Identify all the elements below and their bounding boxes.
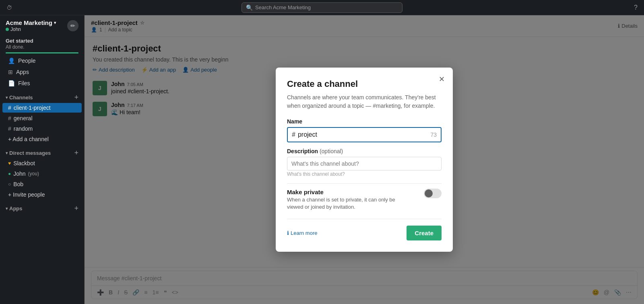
main-layout: Acme Marketing ▾ John ✏ Get started All …	[0, 15, 644, 304]
modal-title: Create a channel	[287, 79, 442, 89]
files-icon: 📄	[8, 80, 15, 86]
slackbot-icon: ♥	[8, 160, 11, 166]
channel-item-client-1-project[interactable]: # client-1-project	[2, 103, 82, 113]
clock-icon: ⏱	[6, 4, 12, 11]
workspace-user: John	[6, 27, 56, 32]
make-private-label: Make private	[287, 189, 408, 195]
content-area: #client-1-project ☆ 👤 1 | Add a topic ℹ …	[85, 15, 644, 304]
people-icon: 👤	[8, 58, 15, 64]
modal-overlay: ✕ Create a channel Channels are where yo…	[85, 15, 644, 304]
get-started-section: Get started All done.	[0, 35, 84, 55]
add-dm-icon[interactable]: +	[74, 149, 78, 156]
online-status-dot	[6, 28, 9, 31]
progress-bar-fill	[6, 52, 78, 53]
create-channel-modal: ✕ Create a channel Channels are where yo…	[276, 68, 453, 252]
make-private-row: Make private When a channel is set to pr…	[287, 183, 442, 216]
channel-hash-icon: #	[8, 125, 11, 132]
top-bar-center: 🔍	[166, 2, 478, 13]
make-private-toggle[interactable]	[424, 189, 442, 198]
invite-people-link[interactable]: + Invite people	[2, 190, 82, 199]
apps-section-title: ▾ Apps	[6, 205, 23, 212]
dm-section-header[interactable]: ▾ Direct messages +	[0, 144, 84, 158]
add-channel-icon[interactable]: +	[74, 94, 78, 101]
make-private-info: Make private When a channel is set to pr…	[287, 189, 408, 211]
channel-item-general[interactable]: # general	[2, 113, 82, 123]
dm-section-title: ▾ Direct messages	[6, 150, 51, 156]
make-private-desc: When a channel is set to private, it can…	[287, 196, 408, 211]
channel-item-random[interactable]: # random	[2, 124, 82, 134]
dm-item-bob[interactable]: ○ Bob	[2, 179, 82, 189]
top-bar: ⏱ 🔍 ?	[0, 0, 644, 15]
bob-status-icon: ○	[8, 181, 11, 187]
workspace-info: Acme Marketing ▾ John	[6, 19, 56, 32]
chevron-down-icon: ▾	[6, 151, 8, 155]
channel-hash-icon: #	[8, 105, 11, 111]
sidebar: Acme Marketing ▾ John ✏ Get started All …	[0, 15, 85, 304]
get-started-sub: All done.	[6, 44, 78, 50]
add-channel-link[interactable]: + Add a channel	[2, 134, 82, 144]
modal-close-button[interactable]: ✕	[437, 74, 446, 84]
sidebar-item-files[interactable]: 📄 Files	[2, 78, 82, 88]
channel-name-input-wrap: # 73	[287, 127, 442, 142]
help-icon[interactable]: ?	[634, 4, 638, 11]
desc-hint: What's this channel about?	[287, 171, 442, 177]
modal-desc-label: Description (optional)	[287, 148, 442, 154]
get-started-label: Get started	[6, 38, 78, 44]
sidebar-item-apps[interactable]: ⊞ Apps	[2, 67, 82, 77]
dm-item-slackbot[interactable]: ♥ Slackbot	[2, 158, 82, 168]
caret-icon: ▾	[54, 21, 56, 25]
workspace-header[interactable]: Acme Marketing ▾ John ✏	[0, 15, 84, 35]
apps-section-header[interactable]: ▾ Apps +	[0, 200, 84, 214]
channel-desc-input[interactable]	[287, 157, 442, 170]
channel-hash-icon: #	[8, 115, 11, 121]
chevron-down-icon: ▾	[6, 206, 8, 211]
chevron-down-icon: ▾	[6, 95, 8, 100]
search-icon: 🔍	[246, 4, 253, 11]
channel-hash-symbol: #	[292, 131, 295, 138]
channels-section-header[interactable]: ▾ Channels +	[0, 89, 84, 103]
channels-section-title: ▾ Channels	[6, 94, 33, 101]
modal-name-label: Name	[287, 118, 442, 125]
channel-name-input[interactable]	[298, 131, 431, 138]
sidebar-item-people[interactable]: 👤 People	[2, 55, 82, 66]
john-status-icon: ●	[8, 171, 11, 177]
apps-icon: ⊞	[8, 69, 13, 75]
create-channel-button[interactable]: Create	[407, 226, 442, 240]
progress-bar-container	[6, 52, 78, 53]
search-input[interactable]	[255, 4, 398, 10]
dm-item-john[interactable]: ● John (you)	[2, 169, 82, 179]
search-bar[interactable]: 🔍	[242, 2, 402, 13]
modal-description: Channels are where your team communicate…	[287, 93, 442, 110]
learn-more-link[interactable]: ℹ Learn more	[287, 230, 317, 236]
info-icon: ℹ	[287, 230, 289, 236]
top-bar-right: ?	[481, 4, 638, 11]
toggle-knob	[425, 189, 433, 197]
workspace-name: Acme Marketing ▾	[6, 19, 56, 26]
top-bar-left: ⏱	[6, 4, 163, 11]
modal-footer: ℹ Learn more Create	[287, 219, 442, 240]
edit-icon-button[interactable]: ✏	[67, 20, 78, 31]
char-count: 73	[430, 131, 437, 138]
add-app-icon[interactable]: +	[74, 205, 78, 212]
